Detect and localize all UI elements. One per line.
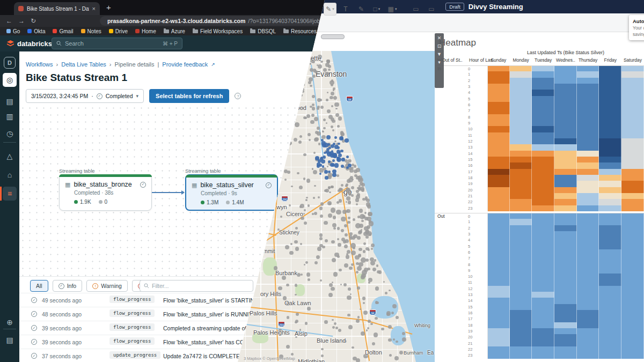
heatmap-cell[interactable]: [532, 144, 554, 150]
heatmap-cell[interactable]: [487, 255, 510, 261]
heatmap-cell[interactable]: [554, 181, 577, 187]
heatmap-cell[interactable]: [510, 274, 532, 279]
heatmap-cell[interactable]: [577, 78, 599, 84]
heatmap-cell[interactable]: [510, 225, 532, 231]
heatmap-cell[interactable]: [510, 144, 532, 150]
heatmap-cell[interactable]: [532, 71, 554, 77]
heatmap-cell[interactable]: [599, 341, 621, 346]
heatmap-cell[interactable]: [554, 334, 577, 340]
heatmap-cell[interactable]: [621, 346, 644, 352]
bookmark-go[interactable]: Go: [6, 28, 20, 34]
table-card-silver[interactable]: ▦ bike_status_silver ✓ Completed · 9s 1.…: [185, 174, 278, 211]
heatmap-cell[interactable]: [621, 213, 644, 219]
heatmap-cell[interactable]: [510, 175, 532, 181]
heatmap-cell[interactable]: [487, 298, 510, 304]
heatmap-cell[interactable]: [577, 352, 599, 358]
heatmap-cell[interactable]: [532, 243, 554, 249]
log-filter-input[interactable]: [152, 283, 249, 289]
heatmap-cell[interactable]: [621, 310, 644, 316]
heatmap-cell[interactable]: [487, 157, 510, 162]
heatmap-cell[interactable]: [510, 120, 532, 126]
heatmap-cell[interactable]: [599, 243, 621, 249]
heatmap-cell[interactable]: [510, 151, 532, 157]
heatmap-cell[interactable]: [621, 292, 644, 298]
close-icon[interactable]: ✕: [437, 36, 442, 41]
heatmap-cell[interactable]: [532, 213, 554, 219]
heatmap-cell[interactable]: [599, 144, 621, 150]
heatmap-cell[interactable]: [577, 84, 599, 90]
heatmap-cell[interactable]: [621, 78, 644, 84]
heatmap-cell[interactable]: [532, 96, 554, 102]
heatmap-cell[interactable]: [554, 71, 577, 77]
heatmap-cell[interactable]: [599, 96, 621, 102]
heatmap-cell[interactable]: [599, 126, 621, 132]
heatmap-cell[interactable]: [577, 151, 599, 157]
heatmap-cell[interactable]: [577, 292, 599, 298]
heatmap-cell[interactable]: [577, 108, 599, 114]
edit-tool[interactable]: ✎▾: [324, 3, 336, 16]
heatmap-cell[interactable]: [621, 286, 644, 292]
partner-connect-nav-icon[interactable]: ⌂: [3, 168, 17, 182]
heatmap-cell[interactable]: [554, 193, 577, 199]
heatmap-cell[interactable]: [532, 341, 554, 346]
heatmap-cell[interactable]: [532, 138, 554, 144]
heatmap-cell[interactable]: [554, 187, 577, 193]
bookmark-home[interactable]: Home: [135, 28, 156, 34]
heatmap-cell[interactable]: [554, 316, 577, 322]
heatmap-cell[interactable]: [577, 219, 599, 225]
heatmap-cell[interactable]: [532, 328, 554, 334]
heatmap-cell[interactable]: [621, 249, 644, 255]
heatmap-cell[interactable]: [532, 132, 554, 138]
heatmap-cell[interactable]: [532, 193, 554, 199]
heatmap-cell[interactable]: [577, 96, 599, 102]
workspace-switcher-icon[interactable]: D: [4, 57, 16, 69]
heatmap-cell[interactable]: [532, 322, 554, 328]
heatmap-cell[interactable]: [621, 90, 644, 95]
heatmap-cell[interactable]: [532, 274, 554, 279]
heatmap-cell[interactable]: [599, 138, 621, 144]
heatmap-cell[interactable]: [577, 346, 599, 352]
heatmap-cell[interactable]: [554, 274, 577, 279]
heatmap-cell[interactable]: [621, 132, 644, 138]
heatmap-cell[interactable]: [599, 108, 621, 114]
heatmap-cell[interactable]: [510, 96, 532, 102]
heatmap-cell[interactable]: [577, 237, 599, 243]
heatmap-cell[interactable]: [487, 181, 510, 187]
heatmap-cell[interactable]: [532, 286, 554, 292]
table-card-bronze[interactable]: ▦ bike_status_bronze ✓ Completed · 38s 1…: [59, 174, 152, 211]
heatmap-cell[interactable]: [532, 151, 554, 157]
heatmap-cell[interactable]: [487, 132, 510, 138]
heatmap-cell[interactable]: [599, 255, 621, 261]
heatmap-cell[interactable]: [510, 328, 532, 334]
heatmap-cell[interactable]: [487, 96, 510, 102]
heatmap-cell[interactable]: [510, 352, 532, 358]
log-tab-warning[interactable]: !Warning: [86, 280, 128, 292]
bookmark-dbsql[interactable]: DBSQL: [250, 28, 276, 34]
heatmap-cell[interactable]: [599, 71, 621, 77]
heatmap-cell[interactable]: [621, 231, 644, 237]
heatmap-cell[interactable]: [554, 144, 577, 150]
heatmap-cell[interactable]: [599, 268, 621, 274]
heatmap-cell[interactable]: [554, 114, 577, 120]
new-tab-button[interactable]: +: [106, 3, 111, 12]
heatmap-cell[interactable]: [532, 316, 554, 322]
heatmap-cell[interactable]: [510, 132, 532, 138]
heatmap-cell[interactable]: [599, 346, 621, 352]
heatmap-cell[interactable]: [487, 151, 510, 157]
heatmap-cell[interactable]: [510, 71, 532, 77]
heatmap-cell[interactable]: [554, 322, 577, 328]
heatmap-cell[interactable]: [532, 90, 554, 95]
heatmap-cell[interactable]: [621, 144, 644, 150]
heatmap-cell[interactable]: [510, 193, 532, 199]
heatmap-cell[interactable]: [621, 84, 644, 90]
heatmap-cell[interactable]: [554, 237, 577, 243]
heatmap-cell[interactable]: [487, 334, 510, 340]
workflows-nav-icon[interactable]: ▥: [3, 109, 17, 123]
heatmap-cell[interactable]: [577, 262, 599, 268]
heatmap-cell[interactable]: [554, 78, 577, 84]
heatmap-cell[interactable]: [621, 304, 644, 310]
heatmap-cell[interactable]: [487, 199, 510, 205]
bookmark-notes[interactable]: Notes: [81, 28, 101, 34]
heatmap-cell[interactable]: [554, 175, 577, 181]
heatmap-cell[interactable]: [510, 279, 532, 285]
